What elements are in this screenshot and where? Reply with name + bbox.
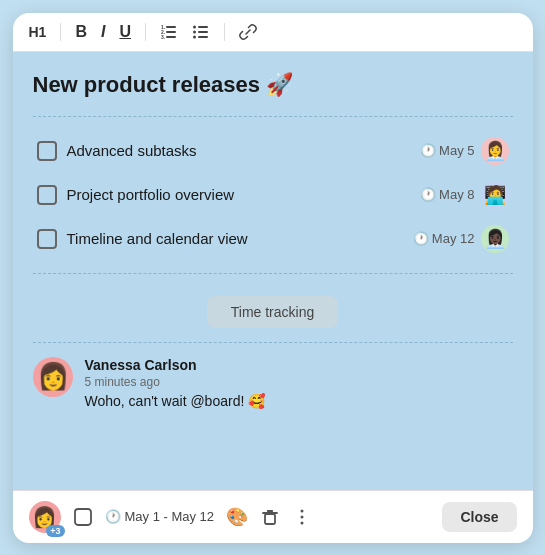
svg-rect-1 xyxy=(166,31,176,33)
close-button[interactable]: Close xyxy=(442,502,516,532)
svg-rect-0 xyxy=(166,26,176,28)
unordered-list-icon[interactable] xyxy=(192,23,210,41)
time-tracking-button[interactable]: Time tracking xyxy=(207,296,339,328)
underline-button[interactable]: U xyxy=(119,23,131,41)
task-checkbox-1[interactable] xyxy=(37,185,57,205)
svg-rect-8 xyxy=(198,36,208,38)
task-row-1: Project portfolio overview 🕐 May 8 🧑‍💻 xyxy=(33,173,513,217)
footer-date-range[interactable]: 🕐 May 1 - May 12 xyxy=(105,509,215,524)
task-meta-0: 🕐 May 5 👩‍💼 xyxy=(420,137,508,165)
svg-point-14 xyxy=(301,509,304,512)
footer: 👩 +3 🕐 May 1 - May 12 🎨 xyxy=(13,490,533,543)
footer-clock-icon: 🕐 xyxy=(105,509,121,524)
footer-avatar: 👩 +3 xyxy=(29,501,61,533)
toolbar: H1 B I U 1. 2. 3. xyxy=(13,13,533,52)
link-icon[interactable] xyxy=(239,23,257,41)
svg-rect-2 xyxy=(166,36,176,38)
task-date-text-0: May 5 xyxy=(439,143,474,158)
comment-author: Vanessa Carlson xyxy=(85,357,266,373)
delete-icon[interactable] xyxy=(260,507,280,527)
task-date-1: 🕐 May 8 xyxy=(420,187,474,202)
svg-rect-6 xyxy=(198,26,208,28)
clock-icon-2: 🕐 xyxy=(413,231,429,246)
toolbar-divider-3 xyxy=(224,23,225,41)
comment-text: Woho, can't wait @board! 🥰 xyxy=(85,393,266,409)
main-card: H1 B I U 1. 2. 3. xyxy=(13,13,533,543)
svg-rect-7 xyxy=(198,31,208,33)
svg-rect-12 xyxy=(75,509,91,525)
tasks-section: Advanced subtasks 🕐 May 5 👩‍💼 Project po… xyxy=(33,116,513,274)
ordered-list-icon[interactable]: 1. 2. 3. xyxy=(160,23,178,41)
checkbox-icon[interactable] xyxy=(73,507,93,527)
footer-date-text: May 1 - May 12 xyxy=(125,509,215,524)
time-tracking-section: Time tracking xyxy=(33,286,513,343)
task-avatar-0: 👩‍💼 xyxy=(481,137,509,165)
svg-point-11 xyxy=(193,35,196,38)
task-date-text-1: May 8 xyxy=(439,187,474,202)
task-checkbox-2[interactable] xyxy=(37,229,57,249)
toolbar-divider-1 xyxy=(60,23,61,41)
clock-icon-0: 🕐 xyxy=(420,143,436,158)
task-avatar-2: 👩🏿‍💼 xyxy=(481,225,509,253)
palette-icon[interactable]: 🎨 xyxy=(226,506,248,528)
comment-time: 5 minutes ago xyxy=(85,375,266,389)
comment-section: 👩 Vanessa Carlson 5 minutes ago Woho, ca… xyxy=(33,357,513,423)
heading1-button[interactable]: H1 xyxy=(29,24,47,40)
svg-text:3.: 3. xyxy=(161,33,166,39)
comment-body: Vanessa Carlson 5 minutes ago Woho, can'… xyxy=(85,357,266,409)
svg-point-15 xyxy=(301,515,304,518)
task-meta-1: 🕐 May 8 🧑‍💻 xyxy=(420,181,508,209)
task-label-1: Project portfolio overview xyxy=(67,186,411,203)
task-row-0: Advanced subtasks 🕐 May 5 👩‍💼 xyxy=(33,129,513,173)
more-options-icon[interactable] xyxy=(292,507,312,527)
svg-point-9 xyxy=(193,25,196,28)
task-date-0: 🕐 May 5 xyxy=(420,143,474,158)
task-checkbox-0[interactable] xyxy=(37,141,57,161)
toolbar-divider-2 xyxy=(145,23,146,41)
task-label-2: Timeline and calendar view xyxy=(67,230,403,247)
bold-button[interactable]: B xyxy=(75,23,87,41)
svg-rect-13 xyxy=(265,514,275,524)
task-row-2: Timeline and calendar view 🕐 May 12 👩🏿‍💼 xyxy=(33,217,513,261)
task-label-0: Advanced subtasks xyxy=(67,142,411,159)
content-area: New product releases 🚀 Advanced subtasks… xyxy=(13,52,533,490)
clock-icon-1: 🕐 xyxy=(420,187,436,202)
task-avatar-1: 🧑‍💻 xyxy=(481,181,509,209)
svg-point-16 xyxy=(301,521,304,524)
page-title: New product releases 🚀 xyxy=(33,72,513,98)
task-date-2: 🕐 May 12 xyxy=(413,231,475,246)
comment-avatar: 👩 xyxy=(33,357,73,397)
italic-button[interactable]: I xyxy=(101,23,105,41)
footer-badge: +3 xyxy=(46,525,64,537)
svg-point-10 xyxy=(193,30,196,33)
task-date-text-2: May 12 xyxy=(432,231,475,246)
task-meta-2: 🕐 May 12 👩🏿‍💼 xyxy=(413,225,509,253)
